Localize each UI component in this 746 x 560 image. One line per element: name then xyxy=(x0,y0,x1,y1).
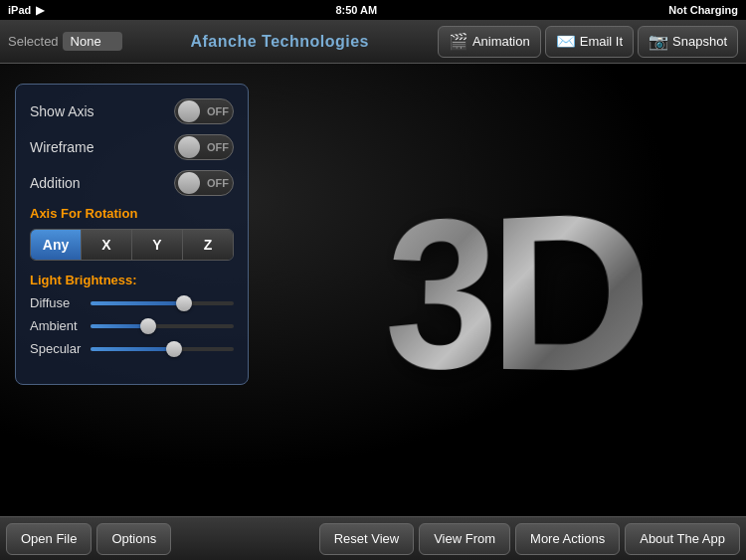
show-axis-toggle[interactable]: OFF xyxy=(174,98,234,124)
wireframe-off: OFF xyxy=(207,141,229,153)
specular-thumb xyxy=(166,341,182,357)
status-right: Not Charging xyxy=(668,4,738,16)
snapshot-button[interactable]: 📷 Snapshot xyxy=(638,26,738,58)
control-panel: Show Axis OFF Wireframe OFF Addition OFF… xyxy=(15,84,249,385)
toolbar: Selected None Afanche Technologies 🎬 Ani… xyxy=(0,20,746,64)
addition-label: Addition xyxy=(30,175,174,191)
status-time: 8:50 AM xyxy=(335,4,377,16)
diffuse-row: Diffuse xyxy=(30,295,234,310)
axis-x-button[interactable]: X xyxy=(82,230,132,260)
status-left: iPad ▶ xyxy=(8,4,44,17)
reset-view-button[interactable]: Reset View xyxy=(319,523,415,555)
axis-rotation-title: Axis For Rotation xyxy=(30,206,234,221)
light-brightness-title: Light Brightness: xyxy=(30,273,234,287)
wireframe-row: Wireframe OFF xyxy=(30,134,234,160)
animation-label: Animation xyxy=(472,34,530,49)
selected-label: Selected xyxy=(8,34,59,49)
diffuse-label: Diffuse xyxy=(30,295,85,310)
status-bar: iPad ▶ 8:50 AM Not Charging xyxy=(0,0,746,20)
specular-row: Specular xyxy=(30,341,234,356)
animation-icon: 🎬 xyxy=(449,32,468,51)
open-file-button[interactable]: Open File xyxy=(6,523,92,555)
show-axis-label: Show Axis xyxy=(30,103,174,119)
battery-label: Not Charging xyxy=(668,4,738,16)
addition-off: OFF xyxy=(207,177,229,189)
show-axis-off: OFF xyxy=(207,105,229,117)
toolbar-actions: 🎬 Animation ✉️ Email It 📷 Snapshot xyxy=(438,26,738,58)
show-axis-row: Show Axis OFF xyxy=(30,98,234,124)
axis-y-button[interactable]: Y xyxy=(132,230,183,260)
addition-toggle[interactable]: OFF xyxy=(174,170,234,196)
diffuse-slider[interactable] xyxy=(91,301,234,305)
wireframe-toggle[interactable]: OFF xyxy=(174,134,234,160)
3d-visual: 3D xyxy=(318,123,696,462)
addition-thumb xyxy=(178,172,200,194)
email-button[interactable]: ✉️ Email It xyxy=(545,26,634,58)
options-button[interactable]: Options xyxy=(96,523,171,555)
main-content: 3D Show Axis OFF Wireframe OFF Addition … xyxy=(0,64,746,516)
company-name: Afanche Technologies xyxy=(122,33,438,51)
snapshot-label: Snapshot xyxy=(672,34,727,49)
about-app-button[interactable]: About The App xyxy=(625,523,740,555)
wifi-icon: ▶ xyxy=(36,4,44,17)
show-axis-thumb xyxy=(178,100,200,122)
ambient-row: Ambient xyxy=(30,318,234,333)
wireframe-thumb xyxy=(178,136,200,158)
email-icon: ✉️ xyxy=(556,32,576,51)
diffuse-fill xyxy=(91,301,184,305)
axis-any-button[interactable]: Any xyxy=(31,230,82,260)
view-from-button[interactable]: View From xyxy=(419,523,510,555)
axis-z-button[interactable]: Z xyxy=(183,230,233,260)
ipad-label: iPad xyxy=(8,4,31,16)
ambient-label: Ambient xyxy=(30,318,85,333)
3d-text: 3D xyxy=(383,161,647,427)
diffuse-thumb xyxy=(176,295,192,311)
ambient-slider[interactable] xyxy=(91,324,234,328)
specular-fill xyxy=(91,347,174,351)
selected-value: None xyxy=(63,32,122,51)
specular-label: Specular xyxy=(30,341,85,356)
specular-slider[interactable] xyxy=(91,347,234,351)
more-actions-button[interactable]: More Actions xyxy=(515,523,620,555)
axis-buttons: Any X Y Z xyxy=(30,229,234,261)
addition-row: Addition OFF xyxy=(30,170,234,196)
bottom-toolbar: Open File Options Reset View View From M… xyxy=(0,516,746,560)
animation-button[interactable]: 🎬 Animation xyxy=(438,26,541,58)
email-label: Email It xyxy=(580,34,623,49)
snapshot-icon: 📷 xyxy=(649,32,668,51)
ambient-thumb xyxy=(140,318,156,334)
wireframe-label: Wireframe xyxy=(30,139,174,155)
